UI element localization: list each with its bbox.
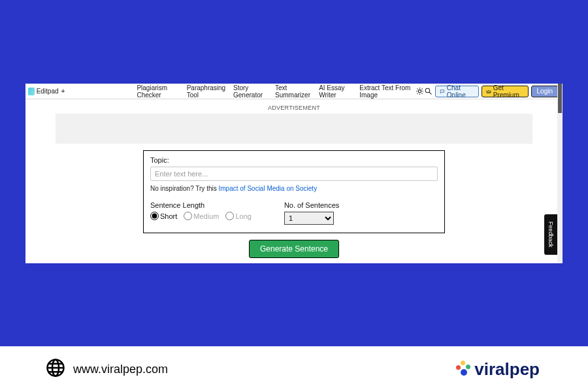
radio-short-label: Short <box>160 212 177 220</box>
svg-line-10 <box>429 92 431 94</box>
search-icon[interactable] <box>424 87 433 96</box>
nav-story[interactable]: Story Generator <box>233 84 270 99</box>
advertisement-placeholder <box>56 114 532 144</box>
radio-long-label: Long <box>235 212 251 220</box>
topic-label: Topic: <box>150 156 438 164</box>
brand-plus-icon[interactable]: + <box>61 88 65 95</box>
nav-essay[interactable]: AI Essay Writer <box>319 84 354 99</box>
chat-online-button[interactable]: Chat Online <box>435 86 479 97</box>
brand-name[interactable]: Editpad <box>37 88 59 95</box>
scrollbar-thumb[interactable] <box>558 84 562 113</box>
page-footer: www.viralpep.com viralpep <box>0 346 588 392</box>
svg-line-7 <box>417 93 417 93</box>
nav-plagiarism[interactable]: Plagiarism Checker <box>137 84 181 99</box>
vertical-scrollbar[interactable] <box>557 84 563 263</box>
svg-point-9 <box>425 88 430 93</box>
radio-medium-label: Medium <box>193 212 219 220</box>
num-sentences-select[interactable]: 1 <box>284 212 334 225</box>
topic-input[interactable] <box>150 167 438 181</box>
premium-label: Get Premium <box>493 84 524 99</box>
radio-short[interactable]: Short <box>150 212 177 220</box>
radio-short-input[interactable] <box>150 212 159 220</box>
svg-point-0 <box>418 90 421 92</box>
inspiration-prefix: No inspiration? Try this <box>150 185 219 192</box>
generate-sentence-button[interactable]: Generate Sentence <box>249 240 339 258</box>
nav-paraphrase[interactable]: Paraphrasing Tool <box>187 84 228 99</box>
nav-summarizer[interactable]: Text Summarizer <box>275 84 314 99</box>
top-navbar: Editpad + Plagiarism Checker Paraphrasin… <box>25 84 563 99</box>
advertisement-label: ADVERTISEMENT <box>25 105 563 111</box>
feedback-tab[interactable]: Feedback <box>544 214 557 255</box>
nav-links: Plagiarism Checker Paraphrasing Tool Sto… <box>137 84 415 99</box>
crown-icon <box>486 88 491 95</box>
radio-medium-input[interactable] <box>184 212 192 220</box>
login-button[interactable]: Login <box>531 86 559 97</box>
get-premium-button[interactable]: Get Premium <box>482 86 529 97</box>
chat-icon <box>440 88 445 95</box>
num-sentences-label: No. of Sentences <box>284 201 339 209</box>
sentence-length-group: Sentence Length Short Medium Long <box>150 201 252 225</box>
num-sentences-group: No. of Sentences 1 <box>284 201 339 225</box>
footer-url: www.viralpep.com <box>73 363 168 376</box>
svg-line-8 <box>421 88 422 89</box>
app-screenshot: Editpad + Plagiarism Checker Paraphrasin… <box>25 84 563 263</box>
inspiration-hint: No inspiration? Try this Impact of Socia… <box>150 185 438 192</box>
globe-icon <box>46 358 65 380</box>
viralpep-mark-icon <box>455 361 472 378</box>
radio-long-input[interactable] <box>225 212 234 220</box>
svg-line-5 <box>417 88 417 89</box>
radio-long[interactable]: Long <box>225 212 251 220</box>
theme-toggle-icon[interactable] <box>416 87 424 96</box>
inspiration-link[interactable]: Impact of Social Media on Society <box>219 185 318 192</box>
generator-form-panel: Topic: No inspiration? Try this Impact o… <box>143 150 445 233</box>
sentence-length-label: Sentence Length <box>150 201 252 209</box>
brand-logo-icon <box>28 88 35 95</box>
viralpep-logo-text: viralpep <box>474 359 540 380</box>
svg-line-6 <box>421 93 422 93</box>
radio-medium[interactable]: Medium <box>184 212 219 220</box>
viralpep-logo: viralpep <box>455 359 540 380</box>
chat-label: Chat Online <box>447 84 474 99</box>
login-label: Login <box>537 88 553 95</box>
nav-extract[interactable]: Extract Text From Image <box>359 84 416 99</box>
